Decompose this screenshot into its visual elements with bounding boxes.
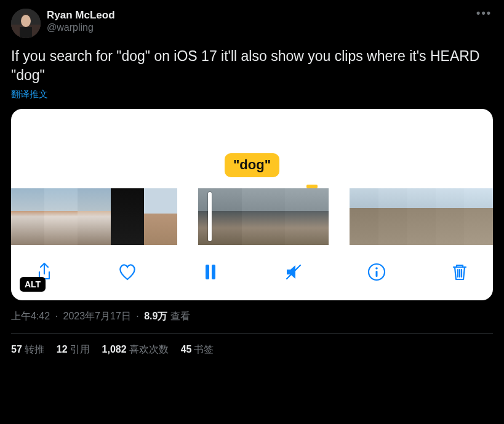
tweet-date[interactable]: 2023年7月17日 [63,311,131,321]
caption-bubble: "dog" [225,153,279,177]
tweet-time[interactable]: 上午4:42 [11,311,50,321]
mute-button[interactable] [282,261,305,283]
timeline-thumbnails[interactable] [11,188,493,245]
avatar[interactable] [11,9,41,38]
bookmarks-stat[interactable]: 45书签 [181,343,214,356]
svg-rect-5 [212,265,215,279]
svg-point-8 [375,267,378,270]
svg-rect-9 [376,271,378,277]
quotes-stat[interactable]: 12引用 [57,343,90,356]
tweet-container: Ryan McLeod @warpling ••• If you search … [0,0,504,359]
svg-point-2 [21,15,31,27]
tweet-text: If you search for "dog" on iOS 17 it'll … [11,47,493,85]
clip-1[interactable] [11,188,177,245]
pause-button[interactable] [199,261,222,283]
meta-row: 上午4:42 · 2023年7月17日 · 8.9万 查看 [11,310,493,323]
info-button[interactable] [366,261,388,283]
more-button[interactable]: ••• [475,9,493,18]
stats-row: 57转推 12引用 1,082喜欢次数 45书签 [11,334,493,359]
playhead[interactable] [208,192,212,241]
likes-stat[interactable]: 1,082喜欢次数 [102,343,169,356]
delete-button[interactable] [449,261,471,283]
tweet-header: Ryan McLeod @warpling ••• [11,9,493,38]
view-label: 查看 [170,311,190,321]
translate-link[interactable]: 翻译推文 [11,89,493,100]
retweets-stat[interactable]: 57转推 [11,343,44,356]
like-button[interactable] [116,261,138,283]
media-inner: "dog" [11,109,493,300]
caption-bubble-row: "dog" [11,153,493,185]
clip-3[interactable] [350,188,493,245]
media-card[interactable]: "dog" [11,109,493,300]
svg-rect-3 [20,27,32,38]
handle[interactable]: @warpling [47,22,469,34]
view-count: 8.9万 [144,311,167,321]
clip-2[interactable] [198,188,329,245]
alt-badge[interactable]: ALT [20,277,46,292]
user-info: Ryan McLeod @warpling [47,9,469,34]
media-controls [11,245,493,300]
svg-rect-4 [206,265,209,279]
display-name[interactable]: Ryan McLeod [47,9,469,22]
